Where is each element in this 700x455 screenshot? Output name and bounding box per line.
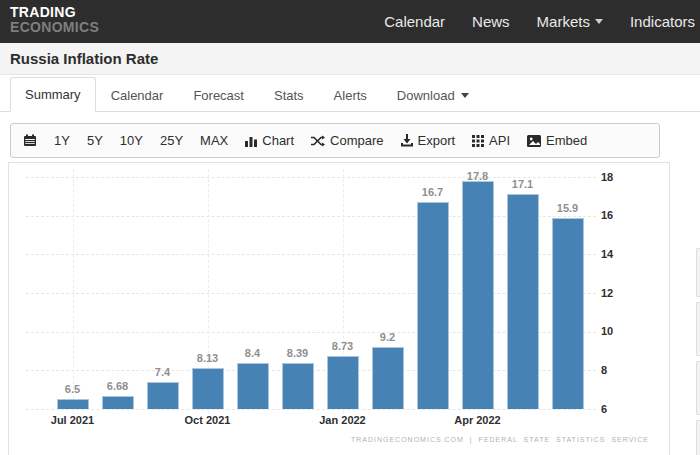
caret-down-icon bbox=[595, 19, 603, 24]
bar[interactable] bbox=[237, 363, 269, 409]
bar[interactable] bbox=[372, 347, 404, 409]
range-10y-button[interactable]: 10Y bbox=[120, 133, 143, 148]
caret-down-icon bbox=[461, 93, 469, 98]
bar[interactable] bbox=[282, 363, 314, 409]
bar-value-label: 6.68 bbox=[96, 380, 140, 392]
top-header: TRADING ECONOMICS Calendar News Markets … bbox=[0, 0, 700, 43]
tab-bar: Summary Calendar Forecast Stats Alerts D… bbox=[0, 76, 700, 112]
trading-economics-logo[interactable]: TRADING ECONOMICS bbox=[10, 5, 99, 35]
tab-download[interactable]: Download bbox=[382, 78, 484, 112]
bar[interactable] bbox=[327, 356, 359, 409]
bar[interactable] bbox=[462, 181, 494, 409]
chart-toolbar: 1Y 5Y 10Y 25Y MAX Chart Compare Export bbox=[10, 123, 660, 158]
bar[interactable] bbox=[417, 202, 449, 409]
range-5y-button[interactable]: 5Y bbox=[87, 133, 103, 148]
bar-value-label: 8.13 bbox=[186, 352, 230, 364]
bar[interactable] bbox=[552, 218, 584, 409]
bar-value-label: 16.7 bbox=[411, 186, 455, 198]
gridline bbox=[73, 169, 74, 414]
bar-value-label: 8.39 bbox=[276, 347, 320, 359]
title-bar: Russia Inflation Rate bbox=[0, 43, 700, 75]
inflation-chart: TRADINGECONOMICS.COM | FEDERAL STATE STA… bbox=[8, 162, 670, 455]
y-axis-label: 14 bbox=[601, 248, 629, 260]
bar[interactable] bbox=[102, 396, 134, 409]
y-axis-label: 16 bbox=[601, 209, 629, 221]
tab-alerts[interactable]: Alerts bbox=[319, 78, 382, 112]
logo-line2: ECONOMICS bbox=[10, 20, 99, 35]
bar-value-label: 6.5 bbox=[51, 383, 95, 395]
page: TRADING ECONOMICS Calendar News Markets … bbox=[0, 0, 700, 455]
calendar-icon bbox=[23, 134, 37, 147]
export-icon bbox=[401, 134, 413, 147]
right-rail-card-edge bbox=[696, 420, 700, 455]
chart-attribution: TRADINGECONOMICS.COM | FEDERAL STATE STA… bbox=[351, 436, 649, 443]
export-button[interactable]: Export bbox=[401, 133, 456, 148]
range-max-button[interactable]: MAX bbox=[200, 133, 228, 148]
y-axis-label: 12 bbox=[601, 287, 629, 299]
x-axis-label: Apr 2022 bbox=[443, 414, 513, 426]
y-axis-label: 18 bbox=[601, 171, 629, 183]
bar[interactable] bbox=[57, 399, 89, 409]
api-button[interactable]: API bbox=[472, 133, 510, 148]
x-axis-label: Jan 2022 bbox=[308, 414, 378, 426]
nav-calendar[interactable]: Calendar bbox=[384, 13, 445, 30]
bar-value-label: 8.73 bbox=[321, 340, 365, 352]
y-axis-label: 8 bbox=[601, 364, 629, 376]
compare-icon bbox=[311, 135, 325, 147]
embed-icon bbox=[527, 135, 541, 147]
bar-value-label: 7.4 bbox=[141, 366, 185, 378]
compare-button[interactable]: Compare bbox=[311, 133, 383, 148]
embed-button[interactable]: Embed bbox=[527, 133, 587, 148]
bar[interactable] bbox=[507, 194, 539, 409]
bar[interactable] bbox=[147, 382, 179, 409]
nav-markets[interactable]: Markets bbox=[537, 13, 603, 30]
date-range-button[interactable] bbox=[23, 134, 37, 147]
chart-button[interactable]: Chart bbox=[245, 133, 294, 148]
api-icon bbox=[472, 135, 484, 147]
x-axis-label: Oct 2021 bbox=[173, 414, 243, 426]
nav-indicators[interactable]: Indicators bbox=[630, 13, 700, 30]
bar-value-label: 17.8 bbox=[456, 170, 500, 182]
y-axis-label: 6 bbox=[601, 403, 629, 415]
tab-calendar[interactable]: Calendar bbox=[96, 78, 179, 112]
bar[interactable] bbox=[192, 368, 224, 409]
bar-value-label: 9.2 bbox=[366, 331, 410, 343]
bar-value-label: 15.9 bbox=[546, 202, 590, 214]
range-25y-button[interactable]: 25Y bbox=[160, 133, 183, 148]
top-navigation: Calendar News Markets Indicators bbox=[384, 0, 700, 43]
logo-line1: TRADING bbox=[10, 5, 99, 20]
nav-news[interactable]: News bbox=[472, 13, 510, 30]
tab-forecast[interactable]: Forecast bbox=[178, 78, 259, 112]
chart-icon bbox=[245, 135, 257, 147]
right-rail-card-edge bbox=[696, 361, 700, 415]
range-1y-button[interactable]: 1Y bbox=[54, 133, 70, 148]
bar-value-label: 8.4 bbox=[231, 347, 275, 359]
page-title: Russia Inflation Rate bbox=[0, 50, 158, 67]
tab-stats[interactable]: Stats bbox=[259, 78, 319, 112]
gridline bbox=[26, 409, 596, 410]
tab-summary[interactable]: Summary bbox=[10, 77, 96, 112]
x-axis-label: Jul 2021 bbox=[38, 414, 108, 426]
right-rail-card-edge bbox=[696, 302, 700, 356]
y-axis-label: 10 bbox=[601, 325, 629, 337]
bar-value-label: 17.1 bbox=[501, 178, 545, 190]
right-rail-card-edge bbox=[696, 248, 700, 297]
